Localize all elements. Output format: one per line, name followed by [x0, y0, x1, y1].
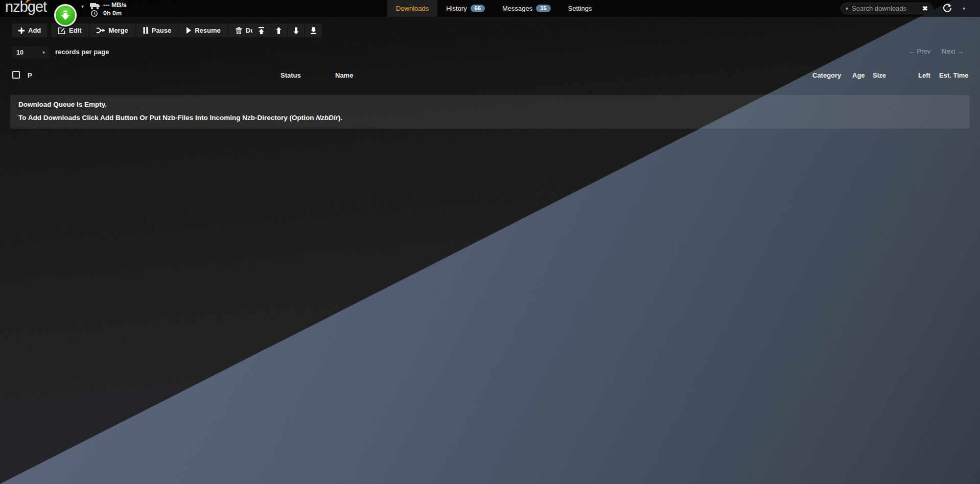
refresh-icon[interactable] [943, 4, 952, 13]
chevron-down-icon[interactable]: ▾ [81, 4, 84, 9]
column-header-size[interactable]: Size [873, 71, 886, 79]
select-chevron-down-icon: ▾ [42, 50, 45, 55]
empty-queue-hint-suffix: ). [338, 114, 342, 122]
tab-history[interactable]: History 66 [437, 0, 494, 17]
column-header-est-time[interactable]: Est. Time [939, 71, 969, 79]
empty-queue-panel: Download Queue Is Empty. To Add Download… [10, 95, 970, 129]
queue-actions-group: Edit Merge Pause Resume Delete [51, 23, 273, 37]
arrow-up-icon [275, 27, 282, 34]
tab-downloads-label: Downloads [396, 5, 429, 12]
pagination-prev[interactable]: ← Prev [908, 47, 930, 55]
speed-truck-icon [90, 3, 101, 10]
column-header-status[interactable]: Status [281, 71, 301, 79]
tab-messages[interactable]: Messages 35 [494, 0, 559, 17]
merge-button[interactable]: Merge [89, 23, 135, 37]
move-bottom-icon [310, 27, 317, 34]
column-header-category[interactable]: Category [812, 71, 841, 79]
search-box: ▾ ✖ [841, 3, 933, 14]
move-bottom-button[interactable] [305, 23, 322, 37]
move-up-button[interactable] [270, 23, 287, 37]
add-button[interactable]: Add [12, 23, 47, 37]
column-header-priority[interactable]: P [28, 71, 32, 79]
empty-queue-title: Download Queue Is Empty. [18, 101, 107, 108]
edit-button-label: Edit [69, 27, 82, 34]
empty-queue-hint: To Add Downloads Click Add Button Or Put… [18, 114, 342, 122]
empty-queue-option-name: NzbDir [316, 114, 338, 122]
download-arrow-icon [61, 10, 70, 20]
column-header-name[interactable]: Name [335, 71, 353, 79]
download-play-button[interactable] [54, 4, 77, 27]
search-filter-chevron-icon[interactable]: ▾ [846, 6, 848, 11]
move-actions-group [252, 23, 322, 37]
column-header-left[interactable]: Left [918, 71, 930, 79]
arrow-down-icon [293, 27, 299, 34]
pause-button-label: Pause [152, 27, 171, 34]
add-button-label: Add [28, 27, 41, 34]
play-icon [186, 27, 191, 34]
merge-icon [97, 27, 105, 34]
search-input[interactable] [852, 5, 922, 12]
move-top-button[interactable] [252, 23, 270, 37]
tab-messages-label: Messages [502, 5, 532, 12]
pause-button[interactable]: Pause [135, 23, 178, 37]
nzbget-logo[interactable]: nzbget [5, 0, 46, 15]
trash-icon [236, 27, 242, 34]
clock-icon [91, 10, 98, 17]
time-remaining: 0h 0m [103, 10, 122, 17]
pause-icon [143, 27, 148, 34]
records-per-page-select[interactable]: 10 ▾ [12, 46, 49, 59]
top-navbar: nzbget ▾ --- MB/s 0h 0m Downloads Histor… [0, 0, 980, 17]
nav-tabs: Downloads History 66 Messages 35 Setting… [387, 0, 601, 17]
plus-icon [18, 28, 25, 34]
records-per-page-value: 10 [16, 49, 42, 56]
pagination-next[interactable]: Next → [942, 47, 964, 55]
tab-settings[interactable]: Settings [559, 0, 601, 17]
move-down-button[interactable] [287, 23, 305, 37]
resume-button-label: Resume [195, 27, 221, 34]
edit-icon [58, 27, 65, 34]
select-all-checkbox[interactable] [12, 71, 20, 79]
resume-button[interactable]: Resume [178, 23, 228, 37]
tab-downloads[interactable]: Downloads [387, 0, 437, 17]
move-top-icon [258, 27, 265, 34]
merge-button-label: Merge [109, 27, 128, 34]
history-count-badge: 66 [471, 5, 485, 12]
empty-queue-hint-prefix: To Add Downloads Click Add Button Or Put… [18, 114, 316, 122]
records-per-page-label: records per page [55, 48, 109, 56]
search-clear-icon[interactable]: ✖ [922, 5, 928, 12]
messages-count-badge: 35 [536, 5, 550, 12]
tab-history-label: History [446, 5, 466, 12]
column-header-age[interactable]: Age [852, 71, 865, 79]
tab-settings-label: Settings [568, 5, 592, 12]
menu-chevron-down-icon[interactable]: ▾ [963, 6, 965, 11]
download-speed: --- MB/s [103, 2, 127, 9]
